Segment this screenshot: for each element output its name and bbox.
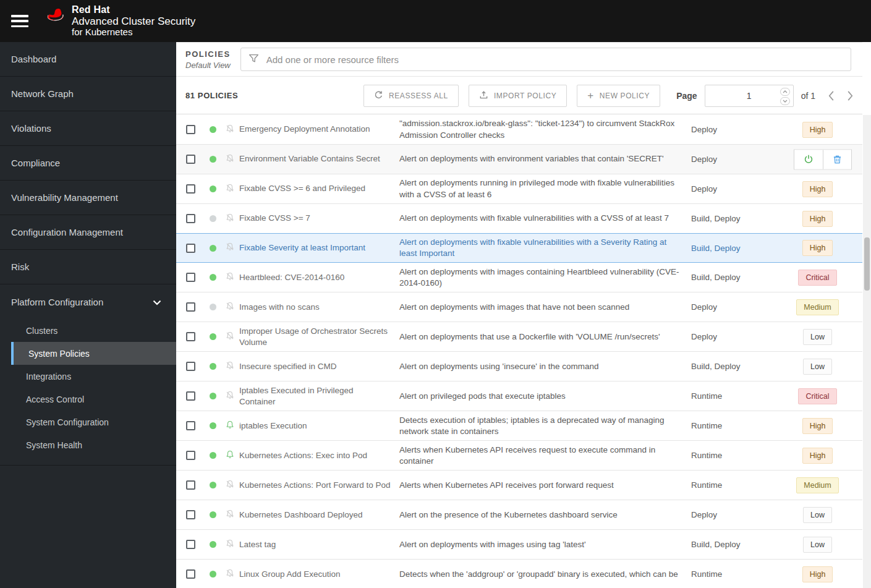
table-row[interactable]: Fixable CVSS >= 7 Alert on deployments w…	[176, 204, 862, 234]
row-checkbox[interactable]	[186, 451, 195, 460]
policies-toolbar: 81 POLICIES REASSESS ALL IMPORT POLICY +	[176, 77, 862, 114]
policy-lifecycle: Deploy	[691, 155, 789, 164]
policy-name[interactable]: Latest tag	[239, 539, 399, 550]
sidebar-item-system-policies[interactable]: System Policies	[11, 342, 176, 365]
table-row[interactable]: Environment Variable Contains Secret Ale…	[176, 145, 862, 174]
resource-filter-input-wrap[interactable]	[240, 48, 851, 71]
table-row[interactable]: Images with no scans Alert on deployment…	[176, 292, 862, 322]
severity-badge: Critical	[798, 388, 836, 404]
table-row[interactable]: Improper Usage of Orchestrator Secrets V…	[176, 322, 862, 352]
next-page-icon[interactable]	[847, 90, 854, 101]
page-increment-button[interactable]	[780, 88, 790, 96]
table-row[interactable]: Fixable CVSS >= 6 and Privileged Alert o…	[176, 174, 862, 204]
notifier-muted-bell-icon	[226, 213, 234, 224]
notifier-muted-bell-icon	[226, 124, 234, 135]
policy-enabled-dot	[210, 126, 216, 133]
row-checkbox[interactable]	[186, 540, 195, 549]
sidebar-item-network-graph[interactable]: Network Graph	[0, 77, 176, 111]
notifier-muted-bell-icon	[226, 539, 234, 550]
policy-lifecycle: Build, Deploy	[691, 540, 789, 549]
policy-name[interactable]: Heartbleed: CVE-2014-0160	[239, 272, 399, 283]
table-row[interactable]: Insecure specified in CMD Alert on deplo…	[176, 352, 862, 381]
sidebar-item-integrations[interactable]: Integrations	[0, 365, 176, 388]
table-row[interactable]: Kubernetes Actions: Exec into Pod Alerts…	[176, 441, 862, 471]
sidebar-item-platform-configuration[interactable]: Platform Configuration	[0, 284, 176, 319]
sidebar-item-clusters[interactable]: Clusters	[0, 319, 176, 342]
row-checkbox[interactable]	[186, 332, 195, 341]
policy-name[interactable]: iptables Execution	[239, 420, 399, 432]
table-row[interactable]: Heartbleed: CVE-2014-0160 Alert on deplo…	[176, 263, 862, 292]
previous-page-icon[interactable]	[828, 90, 835, 101]
sidebar-item-configuration-management[interactable]: Configuration Management	[0, 215, 176, 250]
table-row[interactable]: Emergency Deployment Annotation "admissi…	[176, 115, 862, 145]
table-row[interactable]: Latest tag Alert on deployments with ima…	[176, 530, 862, 560]
policy-name[interactable]: Images with no scans	[239, 302, 399, 313]
new-policy-button[interactable]: + NEW POLICY	[577, 85, 660, 107]
page-header: POLICIES Default View	[176, 42, 862, 77]
sidebar-item-label: Violations	[11, 123, 51, 134]
policies-table: Emergency Deployment Annotation "admissi…	[176, 115, 862, 588]
sidebar-item-system-health[interactable]: System Health	[0, 433, 176, 456]
row-checkbox[interactable]	[186, 273, 195, 282]
row-checkbox[interactable]	[186, 362, 195, 371]
sidebar-item-system-configuration[interactable]: System Configuration	[0, 411, 176, 433]
severity-badge: High	[802, 211, 833, 227]
policy-name[interactable]: Kubernetes Actions: Exec into Pod	[239, 450, 399, 461]
policy-name[interactable]: Iptables Executed in Privileged Containe…	[239, 385, 399, 407]
row-checkbox[interactable]	[186, 214, 195, 223]
table-row[interactable]: Iptables Executed in Privileged Containe…	[176, 381, 862, 411]
sidebar-item-risk[interactable]: Risk	[0, 250, 176, 284]
toggle-policy-power-button[interactable]	[794, 150, 823, 169]
page-total: of 1	[801, 91, 815, 101]
scrollbar-thumb[interactable]	[864, 237, 870, 291]
page-number-input[interactable]: 1	[705, 85, 794, 107]
policy-name[interactable]: Environment Variable Contains Secret	[239, 153, 399, 164]
policy-name[interactable]: Improper Usage of Orchestrator Secrets V…	[239, 326, 399, 348]
row-checkbox[interactable]	[186, 569, 195, 579]
policies-count: 81 POLICIES	[185, 91, 238, 100]
policy-name[interactable]: Insecure specified in CMD	[239, 361, 399, 372]
table-row[interactable]: Linux Group Add Execution Detects when t…	[176, 560, 862, 588]
sidebar-item-compliance[interactable]: Compliance	[0, 146, 176, 181]
row-checkbox[interactable]	[186, 125, 195, 134]
reassess-all-button[interactable]: REASSESS ALL	[363, 85, 459, 107]
row-checkbox[interactable]	[186, 510, 195, 519]
sidebar-item-access-control[interactable]: Access Control	[0, 388, 176, 411]
sidebar-item-dashboard[interactable]: Dashboard	[0, 42, 176, 77]
import-policy-button[interactable]: IMPORT POLICY	[469, 85, 567, 107]
row-checkbox[interactable]	[186, 155, 195, 164]
policy-name[interactable]: Linux Group Add Execution	[239, 569, 399, 580]
severity-badge: Low	[803, 537, 832, 553]
severity-badge: Low	[803, 507, 832, 523]
sidebar-item-vulnerability-management[interactable]: Vulnerability Management	[0, 181, 176, 215]
row-checkbox[interactable]	[186, 302, 195, 312]
notifier-muted-bell-icon	[226, 154, 234, 165]
row-checkbox[interactable]	[186, 391, 195, 401]
policy-name[interactable]: Kubernetes Dashboard Deployed	[239, 509, 399, 521]
row-checkbox[interactable]	[186, 421, 195, 430]
sidebar-item-violations[interactable]: Violations	[0, 111, 176, 146]
table-row[interactable]: Kubernetes Actions: Port Forward to Pod …	[176, 471, 862, 500]
table-row[interactable]: Fixable Severity at least Important Aler…	[176, 233, 862, 263]
policy-name[interactable]: Fixable Severity at least Important	[239, 242, 399, 254]
table-row[interactable]: Kubernetes Dashboard Deployed Alert on t…	[176, 500, 862, 530]
search-filter-input[interactable]	[265, 54, 843, 66]
hamburger-menu-icon[interactable]	[11, 15, 28, 27]
policy-name[interactable]: Kubernetes Actions: Port Forward to Pod	[239, 480, 399, 491]
notifier-muted-bell-icon	[226, 569, 234, 580]
row-checkbox[interactable]	[186, 184, 195, 194]
table-row[interactable]: iptables Execution Detects execution of …	[176, 411, 862, 441]
policy-enabled-dot	[210, 422, 216, 429]
delete-policy-trash-button[interactable]	[823, 150, 851, 169]
severity-badge: High	[802, 240, 833, 256]
row-checkbox[interactable]	[186, 480, 195, 490]
policy-description: Alert on deployments with fixable vulner…	[399, 213, 691, 224]
vertical-scrollbar[interactable]	[863, 115, 871, 588]
policy-name[interactable]: Emergency Deployment Annotation	[239, 124, 399, 135]
policy-name[interactable]: Fixable CVSS >= 7	[239, 213, 399, 224]
policy-name[interactable]: Fixable CVSS >= 6 and Privileged	[239, 183, 399, 194]
policy-lifecycle: Build, Deploy	[691, 214, 789, 223]
page-decrement-button[interactable]	[780, 97, 790, 105]
redhat-logo-icon	[42, 7, 67, 28]
row-checkbox[interactable]	[186, 244, 195, 253]
